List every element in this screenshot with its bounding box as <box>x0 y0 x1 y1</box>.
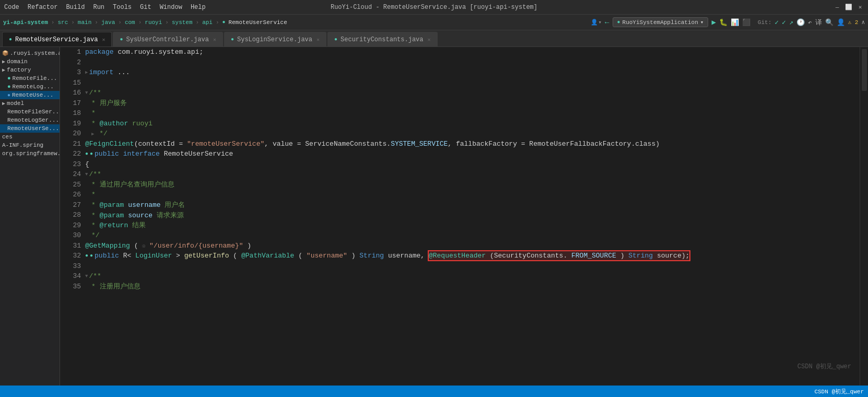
sidebar-springframework-label: org.springframew... <box>2 150 60 157</box>
breadcrumb-system[interactable]: system <box>172 19 193 26</box>
breadcrumb-current[interactable]: RemoteUserService <box>229 19 287 26</box>
status-bar: CSDN @初见_qwer <box>0 386 868 397</box>
tab-class-icon-2: ● <box>120 37 123 42</box>
run-config-selector[interactable]: ● RuoYiSystemApplication ▾ <box>613 17 709 27</box>
window-controls[interactable]: — ⬜ ✕ <box>834 4 864 11</box>
tab-sys-user-controller[interactable]: ● SysUserController.java ✕ <box>113 32 222 46</box>
code-line-1-content: package com.ruoyi.system.api; <box>85 48 203 56</box>
breadcrumb-java[interactable]: java <box>101 19 115 26</box>
run-button[interactable]: ▶ <box>711 18 715 27</box>
menu-tools[interactable]: Tools <box>113 4 132 11</box>
sidebar-item-springframework[interactable]: org.springframew... <box>0 149 60 158</box>
sidebar-item-ainfspring[interactable]: A-INF.spring <box>0 141 60 149</box>
menu-build[interactable]: Build <box>66 4 85 11</box>
tab-label-1: RemoteUserService.java <box>15 36 98 43</box>
breadcrumb-project[interactable]: yi-api-system <box>3 19 48 26</box>
translate-icon[interactable]: 译 <box>815 18 822 27</box>
sidebar-item-package[interactable]: 📦 .ruoyi.system.ap <box>0 49 60 57</box>
tab-close-3[interactable]: ✕ <box>316 37 320 43</box>
code-line-18: 18 * <box>60 108 860 119</box>
code-line-27: 27 * @param username 用户名 <box>60 200 860 211</box>
tab-close-4[interactable]: ✕ <box>428 37 431 43</box>
code-line-21: 21 @FeignClient(contextId = "remoteUserS… <box>60 139 860 149</box>
run-indicator2-22: ● <box>90 151 93 157</box>
run-config-arrow[interactable]: ▾ <box>700 19 704 26</box>
sidebar-item-remotelog[interactable]: ● RemoteLog... <box>0 83 60 91</box>
breadcrumb-com[interactable]: com <box>125 19 135 26</box>
fold-btn-16[interactable]: ▼ <box>85 90 88 96</box>
minimize-button[interactable]: — <box>834 4 841 11</box>
fold-btn-24[interactable]: ▼ <box>85 172 88 177</box>
debug-button[interactable]: 🐛 <box>719 18 728 27</box>
code-line-24: 24 ▼ /** <box>60 169 860 180</box>
menu-help[interactable]: Help <box>191 4 206 11</box>
sidebar-remotefileser-label: RemoteFileSer... <box>7 109 60 115</box>
code-line-16: 16 ▼ /** <box>60 88 860 98</box>
run-indicator-22: ● <box>85 151 88 157</box>
sidebar-item-domain[interactable]: ▶ domain <box>0 57 60 66</box>
user-icon[interactable]: 👤▾ <box>591 19 602 26</box>
sidebar-item-remotefile[interactable]: ● RemoteFile... <box>0 74 60 83</box>
tab-close-1[interactable]: ✕ <box>102 37 105 43</box>
menu-bar[interactable]: Code Refactor Build Run Tools Git Window… <box>4 4 206 11</box>
minimap-thumb[interactable] <box>862 49 867 91</box>
menu-refactor[interactable]: Refactor <box>28 4 58 11</box>
remotefile-icon: ● <box>7 75 11 81</box>
code-editor[interactable]: 1 package com.ruoyi.system.api; 2 3 ▶ im… <box>60 47 860 386</box>
avatar-icon[interactable]: 👤 <box>837 18 845 27</box>
warning-badge[interactable]: ⚠ 2 <box>848 19 859 26</box>
back-icon[interactable]: ← <box>605 18 609 27</box>
folder-icon-model: ▶ <box>2 100 5 107</box>
fold-btn-3[interactable]: ▶ <box>85 69 88 75</box>
tab-remote-user-service[interactable]: ● RemoteUserService.java ✕ <box>2 32 112 46</box>
tab-close-2[interactable]: ✕ <box>213 37 216 43</box>
sidebar-package-label: .ruoyi.system.ap <box>10 50 60 56</box>
sidebar-item-remoteuserse[interactable]: RemoteUserSe... <box>0 124 60 133</box>
code-line-3: 3 ▶ import ... <box>60 67 860 78</box>
fold-btn-20[interactable]: ▶ <box>91 132 94 137</box>
breadcrumb-sep-1: › <box>51 19 55 26</box>
sidebar-item-factory[interactable]: ▶ factory <box>0 66 60 74</box>
sidebar-item-remotefileser[interactable]: RemoteFileSer... <box>0 108 60 116</box>
code-line-33: 33 <box>60 261 860 272</box>
close-button[interactable]: ✕ <box>857 4 864 11</box>
tab-interface-icon-1: ● <box>9 37 12 42</box>
watermark: CSDN @初见_qwer <box>797 362 851 371</box>
sidebar-item-remotelogser[interactable]: RemoteLogSer... <box>0 116 60 124</box>
git-history-icon[interactable]: 🕐 <box>796 18 805 27</box>
minimap[interactable] <box>860 47 868 386</box>
breadcrumb-main[interactable]: main <box>78 19 91 26</box>
sidebar-remoteuserse-label: RemoteUserSe... <box>7 125 59 132</box>
undo-icon[interactable]: ↶ <box>808 18 812 27</box>
sidebar-item-remoteuser[interactable]: ● RemoteUse... <box>0 91 60 99</box>
menu-window[interactable]: Window <box>160 4 182 11</box>
sidebar-remoteuser-label: RemoteUse... <box>12 92 53 98</box>
code-line-15: 15 <box>60 78 860 88</box>
menu-code[interactable]: Code <box>4 4 19 11</box>
tab-security-constants[interactable]: ● SecurityConstants.java ✕ <box>327 32 437 46</box>
menu-git[interactable]: Git <box>140 4 151 11</box>
sidebar-item-model[interactable]: ▶ model <box>0 99 60 108</box>
maximize-button[interactable]: ⬜ <box>845 4 852 11</box>
breadcrumb-src[interactable]: src <box>57 19 68 26</box>
menu-run[interactable]: Run <box>93 4 104 11</box>
remoteuser-icon: ● <box>7 92 10 98</box>
git-check2-icon[interactable]: ✓ <box>782 18 786 27</box>
sidebar-item-ces[interactable]: ces <box>0 133 60 141</box>
git-check-icon[interactable]: ✓ <box>775 18 779 27</box>
tab-label-2: SysUserController.java <box>126 36 209 43</box>
code-line-19: 19 * @author ruoyi <box>60 119 860 129</box>
stop-button[interactable]: ⬛ <box>742 18 750 27</box>
search-icon[interactable]: 🔍 <box>825 18 834 27</box>
code-line-34: 34 ▼ /** <box>60 271 860 282</box>
coverage-button[interactable]: 📊 <box>731 18 739 27</box>
git-push-icon[interactable]: ↗ <box>789 18 793 27</box>
line-number-1: 1 <box>60 47 85 57</box>
tab-sys-login-service[interactable]: ● SysLoginService.java ✕ <box>224 32 326 46</box>
breadcrumb-ruoyi[interactable]: ruoyi <box>145 19 162 26</box>
breadcrumb-api[interactable]: api <box>202 19 213 26</box>
sidebar-factory-label: factory <box>7 67 31 73</box>
expand-icon[interactable]: ∧ <box>861 19 865 26</box>
fold-btn-34[interactable]: ▼ <box>85 274 88 279</box>
git-label: Git: <box>758 19 771 26</box>
